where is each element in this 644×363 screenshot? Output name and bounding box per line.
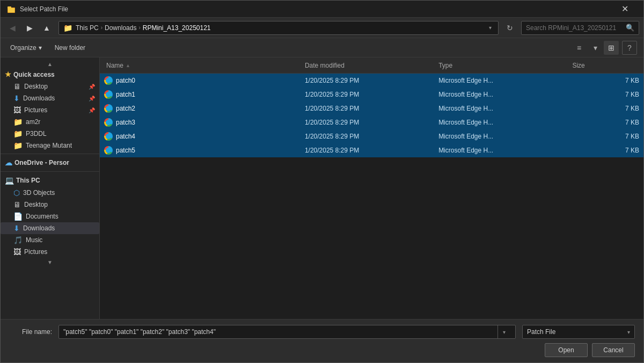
- view-preview-button[interactable]: ⊞: [604, 41, 619, 55]
- table-row[interactable]: patch5 1/20/2025 8:29 PM Microsoft Edge …: [100, 143, 643, 157]
- scroll-up-arrow[interactable]: ▲: [1, 60, 99, 68]
- organize-label: Organize: [10, 44, 36, 52]
- organize-button[interactable]: Organize ▾: [7, 42, 45, 53]
- file-name: patch4: [116, 133, 135, 140]
- filetype-chevron-icon: ▾: [627, 329, 630, 335]
- col-header-size[interactable]: Size: [570, 62, 639, 69]
- open-button[interactable]: Open: [545, 343, 588, 357]
- sidebar-item-3d-objects[interactable]: ⬡ 3D Objects: [1, 187, 99, 199]
- titlebar: Select Patch File ✕: [1, 1, 643, 18]
- file-name-cell: patch3: [104, 118, 305, 127]
- cloud-icon: ☁: [5, 158, 12, 167]
- view-dropdown-icon: ▾: [594, 43, 597, 52]
- table-row[interactable]: patch0 1/20/2025 8:29 PM Microsoft Edge …: [100, 74, 643, 88]
- address-dropdown-button[interactable]: ▾: [487, 25, 494, 31]
- file-type-icon: [104, 104, 113, 113]
- col-header-modified[interactable]: Date modified: [303, 62, 436, 69]
- documents-icon: 📄: [13, 212, 23, 221]
- svg-rect-2: [8, 8, 14, 12]
- filename-input-wrap[interactable]: ▾: [58, 325, 516, 339]
- file-modified-cell: 1/20/2025 8:29 PM: [305, 147, 438, 154]
- file-type-icon: [104, 90, 113, 99]
- back-button[interactable]: ◀: [5, 20, 20, 35]
- file-type-icon: [104, 76, 113, 85]
- file-name: patch0: [116, 77, 135, 84]
- folder-breadcrumb-icon: 📁: [63, 24, 72, 32]
- pin-icon: 📌: [89, 84, 95, 90]
- breadcrumb: This PC › Downloads › RPMini_A13_2025012…: [76, 24, 211, 32]
- file-size-cell: 7 KB: [572, 147, 639, 154]
- sidebar-pictures-pc-label: Pictures: [24, 248, 47, 256]
- file-type-cell: Microsoft Edge H...: [438, 105, 572, 112]
- up-icon: ▲: [43, 24, 50, 32]
- this-pc-icon: 💻: [5, 176, 14, 185]
- file-area: Name ▲ Date modified Type Size patch0: [100, 57, 643, 319]
- sidebar-quick-access[interactable]: ★ Quick access: [1, 68, 99, 81]
- main-content: ▲ ★ Quick access 🖥 Desktop 📌 ⬇ Downloads…: [1, 57, 643, 319]
- file-table-header: Name ▲ Date modified Type Size: [100, 57, 643, 74]
- sidebar-item-p3ddl[interactable]: 📁 P3DDL: [1, 128, 99, 140]
- sidebar-documents-label: Documents: [26, 213, 58, 220]
- col-header-name[interactable]: Name ▲: [104, 62, 303, 69]
- sidebar-item-desktop-quick[interactable]: 🖥 Desktop 📌: [1, 81, 99, 92]
- file-modified-cell: 1/20/2025 8:29 PM: [305, 133, 438, 140]
- view-dropdown-button[interactable]: ▾: [588, 41, 603, 55]
- file-modified-cell: 1/20/2025 8:29 PM: [305, 105, 438, 112]
- file-type-cell: Microsoft Edge H...: [438, 147, 572, 154]
- sidebar-this-pc[interactable]: 💻 This PC: [1, 174, 99, 187]
- refresh-icon: ↻: [507, 24, 513, 32]
- address-toolbar: ◀ ▶ ▲ 📁 This PC › Downloads › RPMini_A13…: [1, 18, 643, 38]
- close-button[interactable]: ✕: [612, 1, 637, 18]
- search-bar[interactable]: 🔍: [521, 21, 639, 35]
- view-preview-icon: ⊞: [608, 43, 614, 52]
- table-row[interactable]: patch3 1/20/2025 8:29 PM Microsoft Edge …: [100, 115, 643, 129]
- sidebar-item-downloads-pc[interactable]: ⬇ Downloads: [1, 222, 99, 234]
- address-bar[interactable]: 📁 This PC › Downloads › RPMini_A13_20250…: [58, 21, 499, 35]
- table-row[interactable]: patch1 1/20/2025 8:29 PM Microsoft Edge …: [100, 88, 643, 101]
- file-type-cell: Microsoft Edge H...: [438, 91, 572, 98]
- titlebar-icon: [7, 5, 16, 13]
- pin-icon-pic: 📌: [89, 107, 95, 113]
- view-list-button[interactable]: ≡: [572, 41, 587, 55]
- sidebar-music-label: Music: [26, 236, 42, 244]
- col-header-type[interactable]: Type: [436, 62, 570, 69]
- search-input[interactable]: [526, 24, 623, 32]
- scroll-down-arrow[interactable]: ▼: [1, 258, 99, 266]
- new-folder-button[interactable]: New folder: [52, 42, 89, 53]
- sidebar-item-am2r[interactable]: 📁 am2r: [1, 116, 99, 128]
- sidebar-item-pictures-quick[interactable]: 🖼 Pictures 📌: [1, 104, 99, 116]
- file-name: patch3: [116, 119, 135, 126]
- sidebar-3d-label: 3D Objects: [23, 189, 55, 197]
- sidebar-item-teenage-mutant[interactable]: 📁 Teenage Mutant: [1, 140, 99, 151]
- organize-bar: Organize ▾ New folder ≡ ▾ ⊞ ?: [1, 38, 643, 57]
- new-folder-label: New folder: [55, 44, 85, 52]
- help-icon: ?: [627, 43, 632, 52]
- pin-icon-dl: 📌: [89, 96, 95, 101]
- file-name-cell: patch2: [104, 104, 305, 113]
- help-button[interactable]: ?: [622, 41, 637, 55]
- sidebar-onedrive[interactable]: ☁ OneDrive - Persor: [1, 156, 99, 169]
- sidebar-divider-2: [1, 171, 99, 172]
- filename-dropdown-button[interactable]: ▾: [497, 325, 511, 339]
- view-buttons: ≡ ▾ ⊞ ?: [572, 41, 637, 55]
- sidebar-item-documents[interactable]: 📄 Documents: [1, 210, 99, 222]
- sidebar-downloads-label: Downloads: [23, 95, 55, 102]
- sidebar-item-downloads-quick[interactable]: ⬇ Downloads 📌: [1, 92, 99, 104]
- col-type-label: Type: [438, 62, 452, 69]
- up-button[interactable]: ▲: [39, 20, 54, 35]
- sidebar: ▲ ★ Quick access 🖥 Desktop 📌 ⬇ Downloads…: [1, 57, 100, 319]
- folder-icon-p3ddl: 📁: [13, 129, 23, 138]
- file-name-cell: patch4: [104, 132, 305, 141]
- bread-current: RPMini_A13_20250121: [143, 24, 211, 32]
- sidebar-item-music[interactable]: 🎵 Music: [1, 234, 99, 246]
- file-type-icon: [104, 146, 113, 155]
- forward-button[interactable]: ▶: [22, 20, 37, 35]
- sidebar-item-desktop-pc[interactable]: 🖥 Desktop: [1, 199, 99, 210]
- filetype-select[interactable]: Patch File ▾: [522, 325, 635, 339]
- cancel-button[interactable]: Cancel: [592, 343, 635, 357]
- refresh-button[interactable]: ↻: [503, 21, 517, 35]
- filename-input[interactable]: [63, 328, 497, 336]
- table-row[interactable]: patch2 1/20/2025 8:29 PM Microsoft Edge …: [100, 101, 643, 115]
- sidebar-item-pictures-pc[interactable]: 🖼 Pictures: [1, 246, 99, 258]
- table-row[interactable]: patch4 1/20/2025 8:29 PM Microsoft Edge …: [100, 129, 643, 143]
